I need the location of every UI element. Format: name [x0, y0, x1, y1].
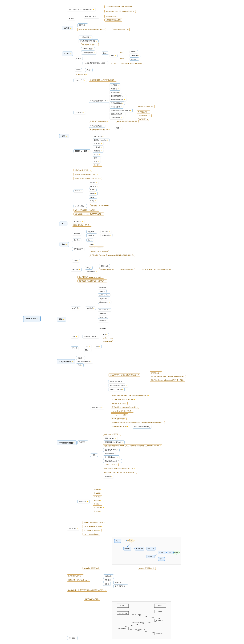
pos-4[interactable]: static — [89, 196, 97, 198]
flex-l3[interactable]: align-items — [98, 297, 108, 300]
nav-4[interactable]: <br>换行:<p>文字<br/>写段落 — [111, 410, 134, 412]
center-h2a[interactable]: width+auto — [101, 234, 112, 237]
dns-node[interactable]: DNS解析 — [103, 574, 114, 578]
seo-g1b2[interactable]: 网站结构本质化,减小对比,减少http缓存引导性显示效. — [150, 379, 185, 382]
css-attr3[interactable]: display:none 与 visibility:hidden 的区别 — [74, 177, 102, 180]
doctype-node[interactable]: html 思想趋 flat — [75, 73, 88, 76]
css-inh[interactable]: 可继承 & 不可继承 的样式 — [89, 120, 109, 123]
jsrun-a[interactable]: 优缺点 — [76, 356, 85, 360]
new-a[interactable]: 哪些问题 3种方式 — [83, 335, 99, 338]
css3-1[interactable]: 圆角border-radius — [93, 138, 110, 142]
css-sel-3[interactable]: 相邻选择器(h1+p) — [110, 94, 126, 98]
flex-l7[interactable]: flex-shrink — [98, 316, 108, 319]
opt-em[interactable]: 减少次重组织 — [103, 452, 115, 455]
css-sel-9[interactable]: 伪元素选择器 — [110, 116, 123, 120]
css-sel-1[interactable]: 类选择器 — [110, 87, 120, 90]
seo-g1-2[interactable]: 导航优化(面包屑) — [108, 388, 125, 391]
jsrun-topic[interactable]: js单页功的原理 — [57, 359, 75, 364]
float-c[interactable]: 继续和位置 — [99, 264, 110, 268]
css-sel-6[interactable]: 通配符选择器 — [110, 105, 123, 108]
rethink-a[interactable]: 解构换肤、反向 — [84, 15, 99, 18]
net-node[interactable]: 网络相关 — [67, 636, 78, 640]
float-c2[interactable]: 常规使用overflow属性 — [119, 268, 135, 271]
flex-l4[interactable]: align-content — [98, 300, 111, 304]
flow-a[interactable]: webkit流程处理工作内核 — [83, 567, 100, 570]
html-semantic[interactable]: 语义化标记 → header, footer, article, aside, … — [110, 62, 144, 65]
layout-pos-a[interactable]: 方法 — [84, 345, 91, 348]
meta-a[interactable]: 视口 — [119, 51, 124, 54]
tcpudp-node[interactable]: TCP 和 UDP 的区别 — [84, 598, 100, 600]
rethink-c[interactable]: W3C盒模型(标准盒模型) — [104, 18, 122, 22]
kernel-node[interactable]: 浏览器内核 — [67, 527, 79, 530]
layout-pos[interactable]: 定位流 — [71, 346, 78, 350]
rb-3[interactable]: 时间布局 — [93, 499, 102, 502]
new-node[interactable]: 新唯 — [71, 335, 78, 338]
float-b[interactable]: 清除浮动4个 — [85, 270, 98, 273]
css-sel-q2[interactable]: Css有哪些伪类 — [137, 110, 150, 114]
float-a[interactable]: 缺点 — [85, 266, 93, 270]
css-sel-q1[interactable]: 内联对优先级有什么意思 — [137, 105, 155, 108]
w3c-q1[interactable]: 为什么用css代入表头显:为什么用语意化? — [104, 5, 133, 8]
float-c1[interactable]: 父级固定overflow属性 — [99, 268, 115, 271]
float-d[interactable]: win 7不见白位置，after 伪元素/触发hasLayout — [141, 268, 172, 271]
opt-j[interactable]: 给VIP订维、定义变要得,配合版式号有效率等索 — [103, 471, 137, 474]
rb-2[interactable]: 建保订新 — [93, 495, 102, 498]
css3-4[interactable]: 线性渐变 — [93, 149, 103, 153]
css-sel-7[interactable]: 属性选择器 (a[rel = "XXX"]) — [110, 109, 133, 112]
opt-e[interactable]: 减少重绘(Reflow) — [103, 448, 120, 452]
css-attr[interactable]: 常见的Css属性可继承? — [74, 169, 92, 172]
kernel-0[interactable]: webkit → webkit内核 (Chrome) — [83, 521, 106, 524]
layout-pos-b[interactable]: 兼容 — [84, 348, 91, 352]
server-a[interactable]: 处理请求 — [113, 581, 124, 584]
pos-1[interactable]: absolute — [89, 185, 99, 188]
meta-c[interactable]: 关键字 — [119, 57, 125, 60]
flex-l1[interactable]: flex-flow — [98, 290, 107, 293]
tri-node[interactable]: 如何CSS不使用图做一个念(图形)? — [74, 209, 99, 212]
new-c[interactable]: position + margin — [102, 337, 115, 339]
meta-k2[interactable]: content — [130, 58, 139, 60]
rb-0[interactable]: 重新绘物 — [93, 488, 102, 491]
flex-l9[interactable]: align-self — [98, 327, 107, 330]
boxmodel-c[interactable]: 浏览器兼容性问题(了解) — [112, 28, 130, 31]
seo-g1b0[interactable]: 控制页面大小 — [150, 372, 162, 374]
opt-k[interactable]: 代码压缩 — [103, 475, 114, 478]
ov-2[interactable]: 解决问题 → overflow:hidden — [90, 204, 110, 207]
rb-4[interactable]: 事件操作 — [93, 502, 102, 506]
kernel-1[interactable]: moz → Gecko内核 (firefox) — [83, 525, 103, 528]
seo-g1-1[interactable]: 链状层化次的目录层次 — [108, 384, 128, 387]
new-d[interactable]: float + margin — [102, 340, 113, 343]
css-intro[interactable]: Css引入方式 — [74, 78, 87, 82]
pos-3[interactable]: inherit — [89, 192, 98, 195]
layout-topic[interactable]: 布局 — [57, 317, 66, 322]
rb-1[interactable]: 重体页面 — [93, 492, 102, 495]
rebuild-node[interactable]: 重建与架方 — [77, 500, 90, 503]
pos-2[interactable]: fixed — [89, 188, 97, 192]
html-i4[interactable]: html调剂的必要 — [81, 51, 96, 54]
layout-sub1[interactable]: 什么是重新布局, display:inline-block — [77, 276, 104, 278]
nav-3[interactable]: 重要的标题(h1~h6/caption)加粗等属性 — [111, 406, 139, 409]
flex-l2[interactable]: justify-content — [98, 294, 110, 296]
opt-a[interactable]: 集主HTML次的主要量 — [103, 433, 121, 436]
css3-6[interactable]: 过渡 — [93, 156, 100, 160]
server-node[interactable]: 服务器 — [103, 582, 111, 586]
flex-a[interactable]: 实现原理 — [85, 306, 96, 310]
rb-5[interactable]: 增加简单代码 — [93, 506, 105, 509]
seo-a[interactable]: 白帽SEO — [77, 440, 88, 444]
parse-node[interactable]: 当浏览在流动架网标 — [67, 574, 84, 578]
opt-b[interactable]: 使用LazyLoad — [103, 437, 117, 440]
html-i2[interactable]: 哪些元素可以自闭合? — [81, 43, 99, 46]
nav-8[interactable]: 谨慎使用display : none — [111, 425, 129, 428]
rb-6[interactable]: 定性元素 — [93, 510, 102, 513]
boxmodel-b[interactable]: margin | padding 分别适用于什么场合? — [77, 28, 106, 31]
opt-d[interactable]: 利用浏览器缓存(CSS 依赖|CDN 分感)、读取时间初始化前天知识、具有很大个… — [103, 444, 162, 447]
js-node[interactable]: JavaScript 是一直播程于下网页架构成刀翻要到的好处理? — [67, 588, 107, 592]
pos-node[interactable]: position — [74, 189, 83, 192]
boxmodel-topic[interactable]: 盒模型 — [62, 26, 73, 30]
seo-g1t[interactable]: 网站的所有访问,只要难做,所以说:既高效乏术的 — [108, 374, 140, 376]
meta-k0[interactable]: name — [130, 50, 138, 53]
nav-6[interactable]: 文本换进:标签追随 — [111, 417, 127, 420]
float-node[interactable]: 浮动元素 — [71, 268, 82, 272]
w3c-node[interactable]: 对WEB标准以及W3C的理解与认识 — [67, 8, 95, 11]
css3-2[interactable]: 多列布局 — [93, 142, 103, 146]
pos-5[interactable]: sticky — [89, 199, 97, 202]
